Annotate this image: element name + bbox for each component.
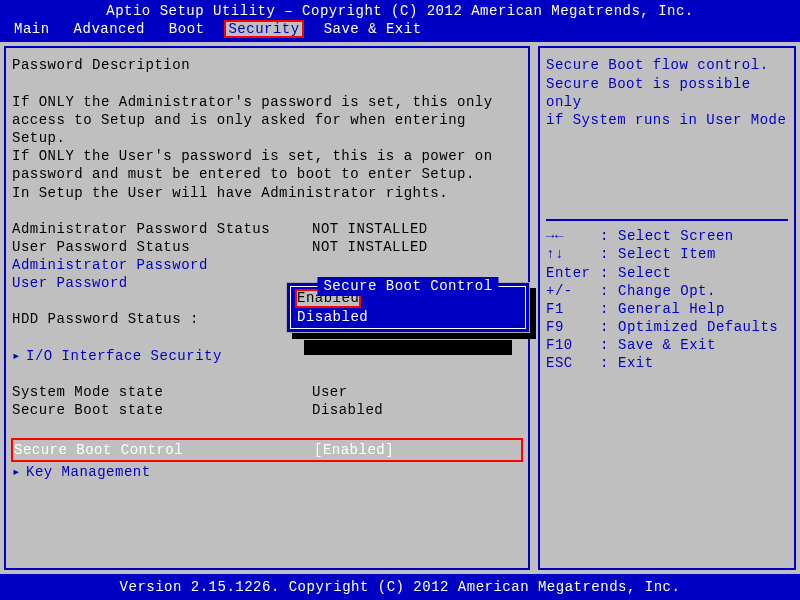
system-mode-state-row: System Mode state User xyxy=(12,383,522,401)
row-label: System Mode state xyxy=(12,383,312,401)
menu-security[interactable]: Security xyxy=(224,20,303,38)
legend-select-item: ↑↓:Select Item xyxy=(546,245,788,263)
desc-line: If ONLY the Administrator's password is … xyxy=(12,93,522,111)
admin-password-item[interactable]: Administrator Password xyxy=(12,256,522,274)
menu-bar: Main Advanced Boot Security Save & Exit xyxy=(6,20,794,38)
footer-bar: Version 2.15.1226. Copyright (C) 2012 Am… xyxy=(0,576,800,600)
desc-line: password and must be entered to boot to … xyxy=(12,165,522,183)
menu-boot[interactable]: Boot xyxy=(165,20,209,38)
row-value: Disabled xyxy=(312,401,383,419)
desc-line: access to Setup and is only asked for wh… xyxy=(12,111,522,147)
row-value: NOT INSTALLED xyxy=(312,220,428,238)
row-value: User xyxy=(312,383,348,401)
desc-line: In Setup the User will have Administrato… xyxy=(12,184,522,202)
row-value: NOT INSTALLED xyxy=(312,238,428,256)
legend-change-opt: +/-:Change Opt. xyxy=(546,282,788,300)
row-label: Administrator Password xyxy=(12,256,312,274)
submenu-label: I/O Interface Security xyxy=(26,347,222,365)
admin-password-status-row: Administrator Password Status NOT INSTAL… xyxy=(12,220,522,238)
key-legend: →←:Select Screen ↑↓:Select Item Enter:Se… xyxy=(546,227,788,560)
row-label: HDD Password Status : xyxy=(12,310,312,328)
popup-title: Secure Boot Control xyxy=(317,277,498,295)
body-area: Password Description If ONLY the Adminis… xyxy=(0,40,800,575)
submenu-arrow-icon: ▸ xyxy=(12,463,26,481)
submenu-label: Key Management xyxy=(26,463,151,481)
menu-main[interactable]: Main xyxy=(10,20,54,38)
main-panel: Password Description If ONLY the Adminis… xyxy=(4,46,530,569)
secure-boot-control-popup: Secure Boot Control Enabled Disabled xyxy=(286,282,530,332)
legend-general-help: F1:General Help xyxy=(546,300,788,318)
user-password-status-row: User Password Status NOT INSTALLED xyxy=(12,238,522,256)
secure-boot-control-item[interactable]: Secure Boot Control [Enabled] xyxy=(12,439,522,461)
io-interface-security-item[interactable]: ▸ I/O Interface Security xyxy=(12,347,522,365)
legend-select: Enter:Select xyxy=(546,264,788,282)
context-help: Secure Boot flow control. Secure Boot is… xyxy=(546,56,788,221)
help-panel: Secure Boot flow control. Secure Boot is… xyxy=(538,46,796,569)
row-label: Secure Boot Control xyxy=(14,441,314,459)
top-bar: Aptio Setup Utility – Copyright (C) 2012… xyxy=(0,0,800,40)
row-label: Administrator Password Status xyxy=(12,220,312,238)
menu-advanced[interactable]: Advanced xyxy=(70,20,149,38)
row-label: Secure Boot state xyxy=(12,401,312,419)
menu-save-exit[interactable]: Save & Exit xyxy=(320,20,426,38)
legend-select-screen: →←:Select Screen xyxy=(546,227,788,245)
help-line: Secure Boot is possible only xyxy=(546,75,788,111)
legend-optimized-defaults: F9:Optimized Defaults xyxy=(546,318,788,336)
row-value: [Enabled] xyxy=(314,441,394,459)
legend-exit: ESC:Exit xyxy=(546,354,788,372)
submenu-arrow-icon: ▸ xyxy=(12,347,26,365)
secure-boot-state-row: Secure Boot state Disabled xyxy=(12,401,522,419)
help-line: if System runs in User Mode xyxy=(546,111,788,129)
row-label: User Password xyxy=(12,274,312,292)
app-title: Aptio Setup Utility – Copyright (C) 2012… xyxy=(6,2,794,20)
legend-save-exit: F10:Save & Exit xyxy=(546,336,788,354)
footer-text: Version 2.15.1226. Copyright (C) 2012 Am… xyxy=(120,579,681,595)
desc-line: If ONLY the User's password is set, this… xyxy=(12,147,522,165)
password-description-heading: Password Description xyxy=(12,56,522,74)
help-line: Secure Boot flow control. xyxy=(546,56,788,74)
popup-option-disabled[interactable]: Disabled xyxy=(295,309,370,325)
bios-screen: Aptio Setup Utility – Copyright (C) 2012… xyxy=(0,0,800,600)
row-label: User Password Status xyxy=(12,238,312,256)
popup-inner: Secure Boot Control Enabled Disabled xyxy=(290,286,526,328)
key-management-item[interactable]: ▸ Key Management xyxy=(12,463,522,481)
